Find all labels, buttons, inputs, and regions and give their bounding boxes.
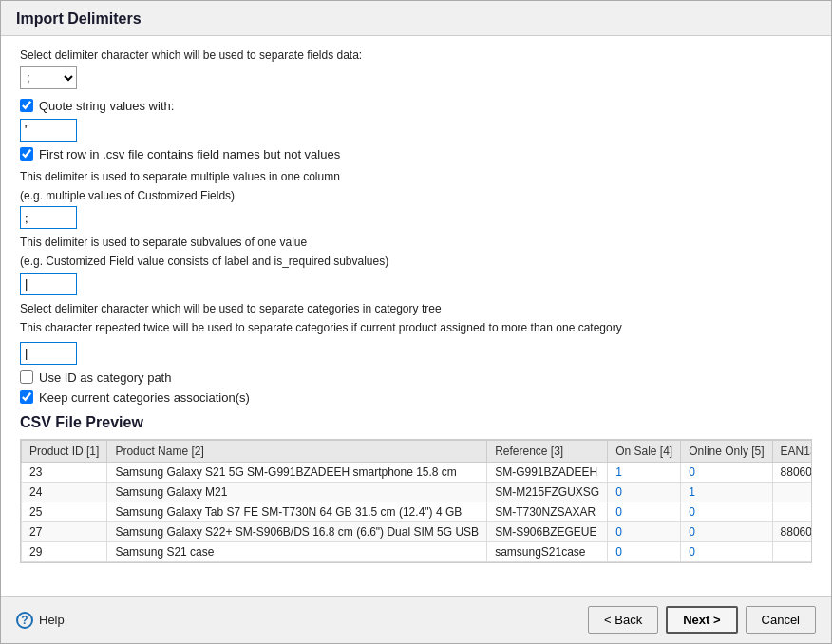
first-row-label: First row in .csv file contains field na… [39, 147, 340, 161]
table-cell: 0 [681, 502, 772, 521]
table-cell: samsungS21case [487, 541, 608, 561]
table-cell: SM-G991BZADEEH [487, 462, 608, 482]
table-cell: Samsung Galaxy S22+ SM-S906B/DS 16.8 cm … [107, 521, 487, 541]
quote-checkbox[interactable] [20, 99, 33, 112]
multi-value-desc2: (e.g. multiple values of Customized Fiel… [20, 188, 812, 204]
col-product-name: Product Name [2] [107, 440, 487, 462]
table-cell: Samsung Galaxy Tab S7 FE SM-T730N 64 GB … [107, 502, 487, 521]
table-cell: 8806092114296 [772, 462, 812, 482]
table-cell: 0 [681, 541, 772, 561]
table-cell: 8806094319361 [772, 521, 812, 541]
keep-categories-label: Keep current categories association(s) [39, 390, 250, 405]
dialog-title: Import Delimiters [1, 1, 831, 36]
category-input[interactable] [20, 342, 77, 365]
csv-table-wrap: Product ID [1] Product Name [2] Referenc… [20, 439, 812, 563]
next-button[interactable]: Next > [666, 606, 737, 634]
category-desc2: This character repeated twice will be us… [20, 320, 812, 336]
table-row: 29Samsung S21 casesamsungS21case00 [22, 541, 813, 561]
help-icon[interactable]: ? [16, 612, 33, 629]
table-cell: 24 [22, 482, 107, 502]
col-product-id: Product ID [1] [22, 440, 107, 462]
table-cell: 1 [608, 462, 681, 482]
first-row-checkbox[interactable] [20, 147, 33, 161]
table-cell: SM-S906BZEGEUE [487, 521, 608, 541]
delimiter-select[interactable]: ; , | tab space [20, 66, 77, 89]
category-desc1: Select delimiter character which will be… [20, 301, 812, 317]
footer-right: < Back Next > Cancel [588, 606, 816, 634]
table-cell: 0 [681, 462, 772, 482]
table-cell: Samsung Galaxy M21 [107, 482, 487, 502]
table-cell: SM-T730NZSAXAR [487, 502, 608, 521]
table-cell: 1 [681, 482, 772, 502]
help-label: Help [39, 613, 65, 627]
col-online-only: Online Only [5] [681, 440, 772, 462]
use-id-label: Use ID as category path [39, 370, 171, 385]
col-on-sale: On Sale [4] [608, 440, 681, 462]
table-cell: 23 [22, 462, 107, 482]
table-cell [772, 502, 812, 521]
table-row: 27Samsung Galaxy S22+ SM-S906B/DS 16.8 c… [22, 521, 813, 541]
cancel-button[interactable]: Cancel [746, 606, 816, 634]
table-row: 23Samsung Galaxy S21 5G SM-G991BZADEEH s… [22, 462, 813, 482]
table-row: 25Samsung Galaxy Tab S7 FE SM-T730N 64 G… [22, 502, 813, 521]
subvalue-desc1: This delimiter is used to separate subva… [20, 235, 812, 251]
keep-categories-checkbox[interactable] [20, 390, 33, 404]
table-cell: 25 [22, 502, 107, 521]
table-cell: 0 [608, 521, 681, 541]
quote-checkbox-label: Quote string values with: [39, 99, 174, 113]
use-id-checkbox[interactable] [20, 370, 33, 384]
delimiter-label: Select delimiter character which will be… [20, 47, 812, 64]
table-cell: 0 [608, 502, 681, 521]
table-cell [772, 541, 812, 561]
import-delimiters-dialog: Import Delimiters Select delimiter chara… [0, 0, 832, 644]
quote-input[interactable] [20, 119, 77, 142]
dialog-body: Select delimiter character which will be… [1, 36, 831, 596]
multi-value-desc1: This delimiter is used to separate multi… [20, 169, 812, 185]
csv-preview-title: CSV File Preview [20, 414, 812, 431]
col-reference: Reference [3] [487, 440, 608, 462]
footer-left: ? Help [16, 612, 65, 629]
subvalue-desc2: (e.g. Customized Field value consists of… [20, 254, 812, 270]
table-cell: Samsung S21 case [107, 541, 487, 561]
table-row: 24Samsung Galaxy M21SM-M215FZGUXSG01M-M2… [22, 482, 813, 502]
table-cell [772, 482, 812, 502]
table-cell: 29 [22, 541, 107, 561]
multi-value-input[interactable] [20, 206, 77, 229]
table-cell: 0 [608, 482, 681, 502]
subvalue-input[interactable] [20, 273, 77, 295]
table-cell: 27 [22, 521, 107, 541]
col-ean13: EAN13 [6] [772, 440, 812, 462]
table-cell: Samsung Galaxy S21 5G SM-G991BZADEEH sma… [107, 462, 487, 482]
table-cell: 0 [681, 521, 772, 541]
dialog-footer: ? Help < Back Next > Cancel [1, 596, 831, 643]
table-cell: 0 [608, 541, 681, 561]
table-cell: SM-M215FZGUXSG [487, 482, 608, 502]
csv-preview-table: Product ID [1] Product Name [2] Referenc… [21, 440, 812, 562]
back-button[interactable]: < Back [588, 606, 658, 634]
